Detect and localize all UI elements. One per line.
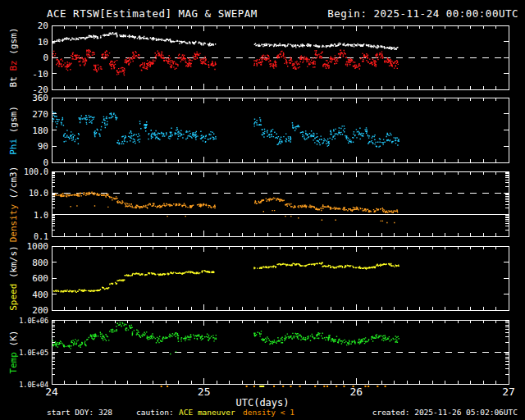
- ytick-label: 200: [32, 305, 48, 316]
- created-timestamp: created: 2025-11-26 05:02:06UTC: [372, 408, 518, 417]
- ytick-label: 1.0E+06: [19, 317, 48, 325]
- plot-canvas: 20100-10-20360270180900100.010.01.00.110…: [0, 0, 525, 420]
- ytick-label: 1.0E+05: [19, 349, 48, 357]
- y-axis-title-part: (K): [8, 331, 19, 353]
- ytick-label: 10.0: [29, 189, 48, 198]
- xtick-label: 25: [198, 386, 211, 398]
- density-caution-mark: [364, 386, 366, 387]
- plot-svg: 20100-10-20360270180900100.010.01.00.110…: [0, 0, 525, 420]
- xtick-label: 27: [502, 386, 515, 398]
- density-caution-mark: [343, 386, 345, 387]
- density-caution-mark: [323, 386, 325, 387]
- density-caution-mark: [353, 386, 354, 387]
- ytick-label: 20: [38, 21, 48, 31]
- density-caution-mark: [377, 386, 378, 387]
- density-caution-mark: [336, 386, 337, 387]
- ytick-label: 10: [38, 37, 48, 48]
- start-doy-label: start DOY: 328: [47, 408, 112, 417]
- caution-label: caution:: [136, 408, 174, 417]
- ytick-label: 90: [38, 141, 48, 152]
- xtick-label: 26: [350, 386, 363, 398]
- panel-bt-bz-data: [48, 32, 399, 75]
- ytick-label: 0.1: [34, 232, 48, 241]
- ytick-label: 600: [32, 273, 48, 284]
- series-density: [48, 192, 399, 224]
- series-bz: [48, 49, 399, 75]
- ytick-label: 1000: [27, 241, 49, 252]
- panel-temp: 1.0E+061.0E+051.0E+04: [19, 317, 509, 389]
- ytick-label: 270: [32, 109, 48, 120]
- ytick-label: 1.0E+04: [19, 381, 48, 389]
- panel-density-data: [48, 192, 399, 224]
- series-speed: [48, 262, 399, 294]
- ytick-label: 1.0: [34, 211, 48, 220]
- caution-density-label: density < 1: [243, 408, 294, 417]
- density-caution-mark: [167, 386, 168, 387]
- density-caution-mark: [161, 386, 162, 387]
- y-axis-title-part: Temp: [8, 352, 19, 374]
- ytick-label: 180: [32, 126, 48, 136]
- xtick-label: 24: [45, 386, 58, 398]
- panel-speed-data: [48, 262, 399, 294]
- series-temp: [48, 322, 399, 354]
- density-caution-mark: [282, 386, 284, 387]
- y-axis-title-temp: Temp (K): [8, 270, 20, 420]
- ytick-label: 360: [32, 93, 48, 103]
- ytick-label: 0: [43, 52, 48, 63]
- series-bt: [48, 32, 398, 50]
- density-caution-mark: [385, 386, 386, 387]
- ytick-label: 400: [32, 290, 48, 300]
- caution-maneuver-label: ACE maneuver: [179, 408, 235, 417]
- panel-temp-data: [48, 322, 399, 354]
- density-caution-mark: [299, 386, 301, 387]
- panel-speed: 1000800600400200: [27, 241, 509, 316]
- density-caution-mark: [314, 386, 316, 387]
- density-caution-mark: [326, 386, 328, 387]
- density-caution-mark: [273, 386, 275, 387]
- panel-phi: 360270180900: [32, 93, 509, 168]
- series-phi: [48, 111, 399, 147]
- density-caution-mark: [368, 386, 369, 387]
- x-axis-title: UTC(days): [0, 397, 525, 409]
- ace-rtsw-screen: ACE RTSW[Estimated] MAG & SWEPAM Begin: …: [0, 0, 525, 420]
- panel-bt-bz: 20100-10-20: [32, 21, 509, 95]
- ytick-label: -10: [32, 69, 48, 80]
- ytick-label: 100.0: [24, 167, 48, 176]
- panel-phi-data: [48, 111, 399, 147]
- maneuver-caution-mark: [259, 386, 264, 387]
- density-caution-mark: [253, 386, 255, 387]
- ytick-label: 800: [32, 258, 48, 268]
- density-caution-mark: [290, 386, 291, 387]
- panel-density: 100.010.01.00.1: [24, 167, 509, 241]
- density-caution-mark: [246, 386, 248, 387]
